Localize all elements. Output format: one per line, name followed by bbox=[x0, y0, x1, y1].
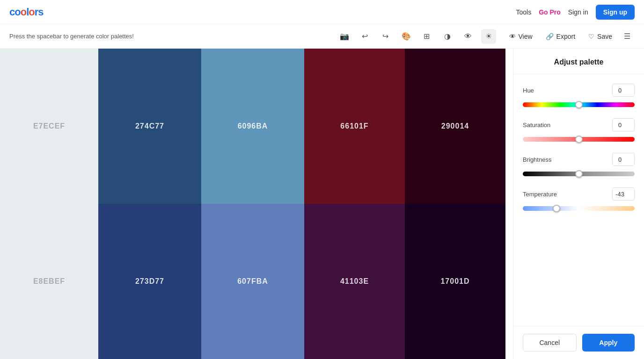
view-button[interactable]: 👁 View bbox=[504, 30, 538, 43]
save-heart-icon: ♡ bbox=[588, 33, 594, 40]
color-cell-e8ebef[interactable]: E8EBEF bbox=[0, 204, 98, 359]
temperature-label: Temperature bbox=[523, 191, 557, 198]
view-label: View bbox=[519, 33, 533, 40]
export-icon: 🔗 bbox=[546, 33, 554, 40]
export-button[interactable]: 🔗 Export bbox=[540, 30, 581, 43]
brightness-label: Brightness bbox=[523, 156, 551, 163]
panel-footer: Cancel Apply bbox=[513, 326, 644, 359]
signin-link[interactable]: Sign in bbox=[568, 8, 588, 16]
toolbar-icons: 📷 ↩ ↪ 🎨 ⊞ ◑ 👁 ☀ bbox=[337, 29, 496, 44]
camera-icon[interactable]: 📷 bbox=[337, 29, 352, 44]
temperature-control: Temperature bbox=[523, 187, 635, 213]
adjust-icon[interactable]: ☀ bbox=[481, 29, 496, 44]
hue-slider[interactable] bbox=[523, 102, 635, 107]
brightness-value-input[interactable] bbox=[612, 153, 635, 166]
color-grid: E7ECEF 274C77 6096BA 66101F 290014 E8EBE… bbox=[0, 49, 513, 359]
grid-icon[interactable]: ⊞ bbox=[419, 29, 434, 44]
hue-label-row: Hue bbox=[523, 84, 635, 97]
saturation-control: Saturation bbox=[523, 118, 635, 144]
temperature-slider[interactable] bbox=[523, 206, 635, 211]
hue-label: Hue bbox=[523, 87, 534, 94]
saturation-label-row: Saturation bbox=[523, 118, 635, 131]
color-cell-66101f[interactable]: 66101F bbox=[304, 49, 405, 204]
cancel-button[interactable]: Cancel bbox=[523, 334, 577, 352]
color-cell-17001d[interactable]: 17001D bbox=[405, 204, 505, 359]
apply-button[interactable]: Apply bbox=[582, 334, 635, 352]
palette-icon[interactable]: 🎨 bbox=[399, 29, 414, 44]
saturation-slider[interactable] bbox=[523, 137, 635, 142]
color-cell-290014[interactable]: 290014 bbox=[405, 49, 505, 204]
contrast-icon[interactable]: ◑ bbox=[440, 29, 455, 44]
brightness-slider[interactable] bbox=[523, 172, 635, 176]
save-label: Save bbox=[597, 33, 612, 40]
toolbar: Press the spacebar to generate color pal… bbox=[0, 24, 644, 49]
signup-button[interactable]: Sign up bbox=[596, 5, 635, 20]
color-cell-6096ba[interactable]: 6096BA bbox=[201, 49, 304, 204]
color-cell-607fba[interactable]: 607FBA bbox=[201, 204, 304, 359]
brightness-label-row: Brightness bbox=[523, 153, 635, 166]
toolbar-hint: Press the spacebar to generate color pal… bbox=[9, 33, 329, 40]
saturation-value-input[interactable] bbox=[612, 118, 635, 131]
color-cell-273d77[interactable]: 273D77 bbox=[98, 204, 201, 359]
header-right: Tools Go Pro Sign in Sign up bbox=[516, 5, 635, 20]
color-cell-274c77[interactable]: 274C77 bbox=[98, 49, 201, 204]
save-button[interactable]: ♡ Save bbox=[583, 30, 618, 43]
menu-icon[interactable]: ☰ bbox=[620, 29, 635, 44]
export-label: Export bbox=[556, 33, 575, 40]
toolbar-right: 👁 View 🔗 Export ♡ Save ☰ bbox=[504, 29, 635, 44]
header: coolors Tools Go Pro Sign in Sign up bbox=[0, 0, 644, 24]
saturation-label: Saturation bbox=[523, 122, 550, 129]
brightness-control: Brightness bbox=[523, 153, 635, 178]
adjust-panel: Adjust palette Hue Saturation bbox=[513, 49, 644, 359]
hue-control: Hue bbox=[523, 84, 635, 109]
view-eye-icon: 👁 bbox=[509, 33, 516, 40]
visualize-icon[interactable]: 👁 bbox=[461, 29, 476, 44]
temperature-value-input[interactable] bbox=[612, 187, 635, 201]
temperature-label-row: Temperature bbox=[523, 187, 635, 201]
panel-body: Hue Saturation Brightness bbox=[513, 74, 644, 326]
color-cell-41103e[interactable]: 41103E bbox=[304, 204, 405, 359]
logo[interactable]: coolors bbox=[9, 6, 44, 18]
color-cell-e7ecef[interactable]: E7ECEF bbox=[0, 49, 98, 204]
tools-link[interactable]: Tools bbox=[516, 8, 532, 16]
main: E7ECEF 274C77 6096BA 66101F 290014 E8EBE… bbox=[0, 49, 644, 359]
redo-icon[interactable]: ↪ bbox=[378, 29, 393, 44]
undo-icon[interactable]: ↩ bbox=[358, 29, 373, 44]
hue-value-input[interactable] bbox=[612, 84, 635, 97]
gopro-link[interactable]: Go Pro bbox=[539, 8, 561, 16]
panel-title: Adjust palette bbox=[513, 49, 644, 74]
